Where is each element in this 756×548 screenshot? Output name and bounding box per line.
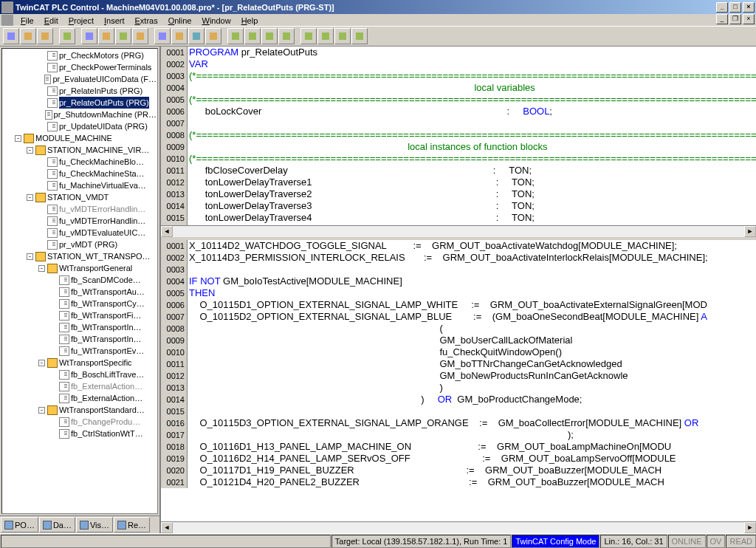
tree-item[interactable]: fb_WtTransportCy… bbox=[3, 298, 157, 309]
minimize-button[interactable]: _ bbox=[716, 2, 728, 13]
code-line[interactable]: 0015 bbox=[161, 405, 756, 417]
tree-item[interactable]: pr_vMDT (PRG) bbox=[3, 239, 157, 250]
tree-item[interactable]: pr_RelateInPuts (PRG) bbox=[3, 85, 157, 97]
project-tree[interactable]: pr_CheckMotors (PRG)pr_CheckPowerTermina… bbox=[1, 48, 158, 514]
code-line[interactable]: 0002VAR bbox=[161, 58, 756, 70]
tree-item[interactable]: -STATION_WT_TRANSPO… bbox=[3, 250, 157, 262]
code-text[interactable]: O_10115D1_OPTION_EXTERNAL_SIGNAL_LAMP_WH… bbox=[188, 299, 756, 311]
toolbar-f6[interactable] bbox=[317, 28, 334, 44]
toolbar-f3[interactable] bbox=[261, 28, 278, 44]
tree-item[interactable]: -MODULE_MACHINE bbox=[3, 132, 157, 144]
toolbar-step-over[interactable] bbox=[132, 28, 148, 44]
toolbar-f8[interactable] bbox=[351, 28, 368, 44]
code-line[interactable]: 0005(*==================================… bbox=[161, 94, 756, 106]
tree-toggle[interactable]: - bbox=[27, 147, 33, 154]
code-text[interactable] bbox=[188, 264, 756, 275]
code-text[interactable]: local variables bbox=[188, 82, 756, 94]
code-text[interactable]: GM_boUserCallLackOfMaterial bbox=[188, 335, 756, 346]
code-text[interactable]: GM_boNewProductsRunInCanGetAcknowle bbox=[188, 370, 756, 382]
code-line[interactable]: 0010 fu_CheckQuitWindowOpen() bbox=[161, 346, 756, 358]
code-line[interactable]: 0014 ) OR GM_boProductChangeMode; bbox=[161, 394, 756, 405]
code-text[interactable]: O_10116D2_H14_PANEL_LAMP_SERvOS_OFF := G… bbox=[188, 453, 756, 465]
toolbar-paste[interactable] bbox=[188, 28, 205, 44]
code-text[interactable]: tonLowerDelayTraverse1 : TON; bbox=[188, 177, 756, 188]
tree-item[interactable]: fu_WtTransportEv… bbox=[3, 345, 157, 357]
toolbar-f4[interactable] bbox=[278, 28, 295, 44]
code-line[interactable]: 0001X_10114D2_WATCHDOG_TOGGLE_SIGNAL := … bbox=[161, 240, 756, 252]
code-text[interactable]: O_10121D4_H20_PANEL2_BUZZER := GRM_OUT_b… bbox=[188, 476, 756, 488]
tree-item[interactable]: fb_WtTransportAu… bbox=[3, 286, 157, 298]
code-text[interactable]: O_10116D1_H13_PANEL_LAMP_MACHINE_ON := G… bbox=[188, 441, 756, 453]
code-text[interactable]: X_10114D3_PERMISSION_INTERLOCK_RELAIS :=… bbox=[188, 252, 756, 264]
tree-item[interactable]: fb_ExternalAction… bbox=[3, 380, 157, 392]
sidebar-tab[interactable]: Vis… bbox=[76, 517, 113, 532]
code-line[interactable]: 0006 boLockCover : BOOL; bbox=[161, 106, 756, 117]
toolbar-f5[interactable] bbox=[300, 28, 317, 44]
tree-item[interactable]: fu_vMDTErrorHandlin… bbox=[3, 203, 157, 215]
tree-item[interactable]: pr_RelateOutPuts (PRG) bbox=[3, 97, 157, 109]
code-text[interactable]: tonLowerDelayTraverse3 : TON; bbox=[188, 200, 756, 212]
tree-item[interactable]: -STATION_MACHINE_VIR… bbox=[3, 144, 157, 156]
sidebar-tab[interactable]: Re… bbox=[114, 517, 150, 532]
code-text[interactable]: local instances of function blocks bbox=[188, 141, 756, 153]
tree-item[interactable]: -WtTransportSpecific bbox=[3, 357, 157, 369]
toolbar-new[interactable] bbox=[3, 28, 19, 44]
mdi-restore[interactable]: ❐ bbox=[729, 14, 741, 24]
code-text[interactable]: (*======================================… bbox=[188, 70, 756, 82]
tree-item[interactable]: fu_CheckMachineBlo… bbox=[3, 156, 157, 168]
code-text[interactable]: GM_boTTNrChangeCanGetAcknowledged bbox=[188, 358, 756, 370]
tree-item[interactable]: fb_WtTransportFi… bbox=[3, 309, 157, 321]
toolbar-run[interactable] bbox=[81, 28, 97, 44]
mdi-close[interactable]: × bbox=[743, 14, 755, 24]
code-line[interactable]: 0009 GM_boUserCallLackOfMaterial bbox=[161, 335, 756, 346]
tree-item[interactable]: pr_CheckPowerTerminals bbox=[3, 61, 157, 73]
implementation-editor[interactable]: 0001X_10114D2_WATCHDOG_TOGGLE_SIGNAL := … bbox=[161, 240, 756, 533]
toolbar-f2[interactable] bbox=[244, 28, 261, 44]
tree-item[interactable]: pr_ShutdownMachine (PR… bbox=[3, 109, 157, 120]
tree-item[interactable]: -WtTransportGeneral bbox=[3, 262, 157, 274]
code-line[interactable]: 0015 tonLowerDelayTraverse4 : TON; bbox=[161, 212, 756, 224]
code-line[interactable]: 0010(*==================================… bbox=[161, 153, 756, 165]
tree-item[interactable]: fb_ChangeProdu… bbox=[3, 416, 157, 428]
tree-item[interactable]: fb_ScanDMCode… bbox=[3, 274, 157, 286]
code-text[interactable]: (*======================================… bbox=[188, 153, 756, 165]
h-scrollbar[interactable]: ◄► bbox=[161, 521, 756, 533]
tree-item[interactable]: fu_MachineVirtualEva… bbox=[3, 179, 157, 191]
code-line[interactable]: 0017 ); bbox=[161, 429, 756, 441]
tree-item[interactable]: fb_BoschLiftTrave… bbox=[3, 369, 157, 380]
code-text[interactable]: ( bbox=[188, 323, 756, 335]
h-scrollbar[interactable]: ◄► bbox=[161, 225, 756, 237]
tree-item[interactable]: pr_CheckMotors (PRG) bbox=[3, 49, 157, 61]
code-text[interactable]: PROGRAM pr_RelateOutPuts bbox=[188, 47, 756, 58]
tree-toggle[interactable]: - bbox=[38, 360, 45, 366]
toolbar-project[interactable] bbox=[59, 28, 75, 44]
sidebar-tab[interactable]: PO… bbox=[1, 517, 38, 532]
code-text[interactable]: IF NOT GM_boIoTestActive[MODULE_MACHINE] bbox=[188, 275, 756, 287]
code-text[interactable]: boLockCover : BOOL; bbox=[188, 106, 756, 117]
code-text[interactable]: (*======================================… bbox=[188, 129, 756, 141]
close-button[interactable]: × bbox=[743, 2, 755, 13]
code-text[interactable]: THEN bbox=[188, 287, 756, 299]
tree-item[interactable]: -WtTransportStandard… bbox=[3, 404, 157, 416]
toolbar-copy[interactable] bbox=[171, 28, 188, 44]
code-text[interactable]: tonLowerDelayTraverse2 : TON; bbox=[188, 188, 756, 200]
toolbar-save[interactable] bbox=[37, 28, 53, 44]
code-line[interactable]: 0019 O_10116D2_H14_PANEL_LAMP_SERvOS_OFF… bbox=[161, 453, 756, 465]
tree-item[interactable]: fu_vMDTErrorHandlin… bbox=[3, 215, 157, 227]
code-line[interactable]: 0008(*==================================… bbox=[161, 129, 756, 141]
toolbar-cut[interactable] bbox=[154, 28, 171, 44]
tree-toggle[interactable]: - bbox=[27, 253, 33, 260]
code-line[interactable]: 0007 O_10115D2_OPTION_EXTERNAL_SIGNAL_LA… bbox=[161, 311, 756, 323]
tree-item[interactable]: fb_ExternalAction… bbox=[3, 392, 157, 404]
toolbar-stop[interactable] bbox=[98, 28, 114, 44]
code-line[interactable]: 0003(*==================================… bbox=[161, 70, 756, 82]
code-text[interactable]: O_10115D2_OPTION_EXTERNAL_SIGNAL_LAMP_BL… bbox=[188, 311, 756, 323]
code-text[interactable]: ); bbox=[188, 429, 756, 441]
code-text[interactable]: (*======================================… bbox=[188, 94, 756, 106]
code-line[interactable]: 0012 tonLowerDelayTraverse1 : TON; bbox=[161, 177, 756, 188]
code-text[interactable]: VAR bbox=[188, 58, 756, 70]
code-text[interactable] bbox=[188, 117, 756, 129]
code-line[interactable]: 0002X_10114D3_PERMISSION_INTERLOCK_RELAI… bbox=[161, 252, 756, 264]
code-line[interactable]: 0021 O_10121D4_H20_PANEL2_BUZZER := GRM_… bbox=[161, 476, 756, 488]
code-line[interactable]: 0013 tonLowerDelayTraverse2 : TON; bbox=[161, 188, 756, 200]
